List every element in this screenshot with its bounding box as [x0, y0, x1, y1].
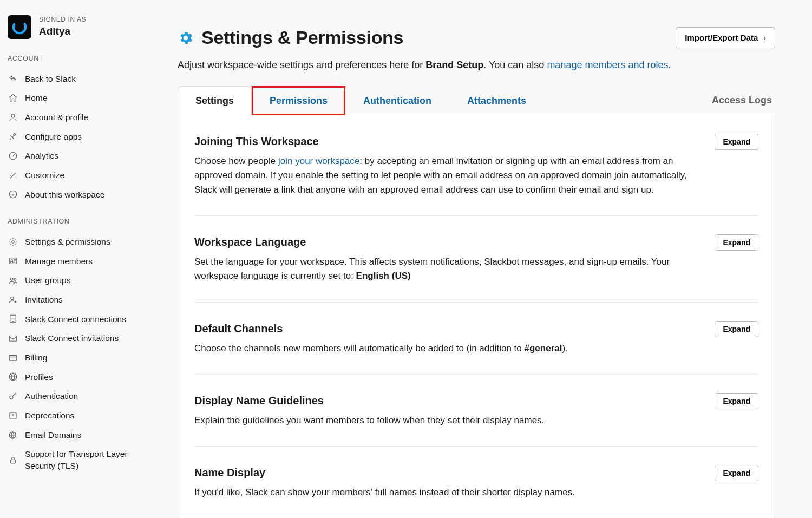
section-desc: Choose the channels new members will aut… [194, 342, 698, 356]
title-row: Settings & Permissions Import/Export Dat… [178, 25, 775, 51]
sidebar-item-tls[interactable]: Support for Transport Layer Security (TL… [0, 444, 152, 475]
sidebar-item-label: Settings & permissions [25, 236, 110, 248]
gear-icon [178, 30, 194, 46]
svg-rect-11 [9, 336, 17, 342]
user-icon [8, 112, 18, 123]
sidebar-item-analytics[interactable]: Analytics [0, 146, 152, 166]
manage-members-link[interactable]: manage members and roles [547, 60, 668, 70]
section-title: Joining This Workspace [194, 134, 698, 149]
sidebar: SIGNED IN AS Aditya ACCOUNT Back to Slac… [0, 0, 152, 518]
gear-icon [8, 237, 18, 247]
sidebar-account-header: ACCOUNT [0, 54, 152, 64]
section-title: Name Display [194, 465, 698, 480]
sidebar-item-manage-members[interactable]: Manage members [0, 252, 152, 271]
plug-icon [8, 131, 18, 142]
sidebar-item-customize[interactable]: Customize [0, 166, 152, 185]
section-title: Default Channels [194, 321, 698, 336]
svg-point-0 [11, 19, 28, 35]
sidebar-item-user-groups[interactable]: User groups [0, 271, 152, 290]
section-title: Workspace Language [194, 234, 698, 250]
page-title: Settings & Permissions [201, 25, 403, 51]
sidebar-item-profiles[interactable]: Profiles [0, 368, 152, 387]
tab-authentication[interactable]: Authentication [345, 86, 449, 115]
sidebar-item-connect-connections[interactable]: Slack Connect connections [0, 310, 152, 329]
section-desc: Choose how people join your workspace: b… [194, 154, 698, 197]
section-display-name-guidelines: Display Name Guidelines Explain the guid… [194, 375, 758, 447]
expand-button[interactable]: Expand [715, 234, 758, 251]
key-icon [8, 391, 18, 402]
signed-in-label: SIGNED IN AS [39, 15, 86, 24]
sidebar-item-configure-apps[interactable]: Configure apps [0, 127, 152, 147]
sidebar-item-about[interactable]: About this workspace [0, 185, 152, 205]
tab-access-logs[interactable]: Access Logs [712, 86, 772, 115]
section-workspace-language: Workspace Language Set the language for … [194, 216, 758, 303]
wand-icon [8, 170, 18, 181]
members-icon [8, 255, 18, 266]
expand-button[interactable]: Expand [715, 134, 758, 150]
globe-plus-icon [8, 430, 18, 441]
import-export-label: Import/Export Data [685, 33, 758, 42]
sidebar-item-deprecations[interactable]: Deprecations [0, 406, 152, 425]
sidebar-item-authentication[interactable]: Authentication [0, 386, 152, 406]
sidebar-item-label: Configure apps [25, 131, 82, 143]
sidebar-item-label: Slack Connect invitations [25, 332, 119, 344]
building-icon [8, 313, 18, 324]
expand-button[interactable]: Expand [715, 321, 758, 337]
alert-icon [8, 410, 18, 421]
sidebar-item-email-domains[interactable]: Email Domains [0, 425, 152, 445]
sidebar-item-label: Authentication [25, 390, 78, 402]
sidebar-item-label: Email Domains [25, 429, 81, 441]
home-icon [8, 93, 18, 103]
avatar-icon [11, 19, 28, 35]
chevron-right-icon: › [763, 34, 766, 42]
tab-settings[interactable]: Settings [178, 86, 252, 115]
sidebar-item-account-profile[interactable]: Account & profile [0, 108, 152, 127]
sidebar-item-label: Customize [25, 169, 64, 181]
sidebar-item-label: Slack Connect connections [25, 313, 126, 325]
sidebar-item-settings-permissions[interactable]: Settings & permissions [0, 232, 152, 252]
sidebar-item-back[interactable]: Back to Slack [0, 69, 152, 89]
tabs: Settings Permissions Authentication Atta… [178, 86, 775, 115]
sidebar-item-label: Invitations [25, 294, 63, 306]
sidebar-item-billing[interactable]: Billing [0, 348, 152, 368]
join-workspace-link[interactable]: join your workspace [278, 156, 359, 166]
sidebar-item-label: Home [25, 92, 47, 104]
expand-button[interactable]: Expand [715, 393, 758, 409]
tab-permissions[interactable]: Permissions [252, 86, 345, 115]
import-export-button[interactable]: Import/Export Data › [676, 27, 775, 48]
main-content: Settings & Permissions Import/Export Dat… [152, 0, 801, 518]
svg-point-7 [11, 278, 14, 281]
sidebar-item-label: Analytics [25, 150, 58, 162]
section-joining-workspace: Joining This Workspace Choose how people… [194, 115, 758, 216]
section-desc: If you'd like, Slack can show your membe… [194, 486, 698, 500]
sidebar-item-label: Profiles [25, 371, 53, 383]
reply-arrow-icon [8, 73, 18, 84]
lock-icon [8, 455, 18, 465]
sidebar-item-connect-invitations[interactable]: Slack Connect invitations [0, 329, 152, 348]
section-desc: Set the language for your workspace. Thi… [194, 255, 698, 284]
svg-point-8 [14, 279, 16, 281]
sidebar-item-label: Billing [25, 352, 47, 364]
users-icon [8, 275, 18, 286]
sidebar-admin-header: ADMINISTRATION [0, 217, 152, 227]
svg-rect-17 [11, 460, 16, 463]
tab-attachments[interactable]: Attachments [449, 86, 544, 115]
section-name-display: Name Display If you'd like, Slack can sh… [194, 447, 758, 518]
svg-point-1 [11, 114, 15, 117]
svg-point-4 [12, 240, 15, 243]
sidebar-item-label: Manage members [25, 255, 93, 267]
sidebar-item-home[interactable]: Home [0, 88, 152, 108]
expand-button[interactable]: Expand [715, 465, 758, 481]
sidebar-item-label: Support for Transport Layer Security (TL… [25, 448, 144, 471]
section-title: Display Name Guidelines [194, 393, 698, 408]
signed-in-block: SIGNED IN AS Aditya [0, 15, 152, 51]
user-plus-icon [8, 294, 18, 305]
sidebar-item-label: Deprecations [25, 410, 74, 422]
globe-icon [8, 371, 18, 382]
svg-point-9 [11, 297, 14, 299]
section-default-channels: Default Channels Choose the channels new… [194, 303, 758, 375]
gauge-icon [8, 150, 18, 161]
signed-in-name: Aditya [39, 24, 86, 39]
avatar [8, 15, 31, 39]
sidebar-item-invitations[interactable]: Invitations [0, 290, 152, 310]
